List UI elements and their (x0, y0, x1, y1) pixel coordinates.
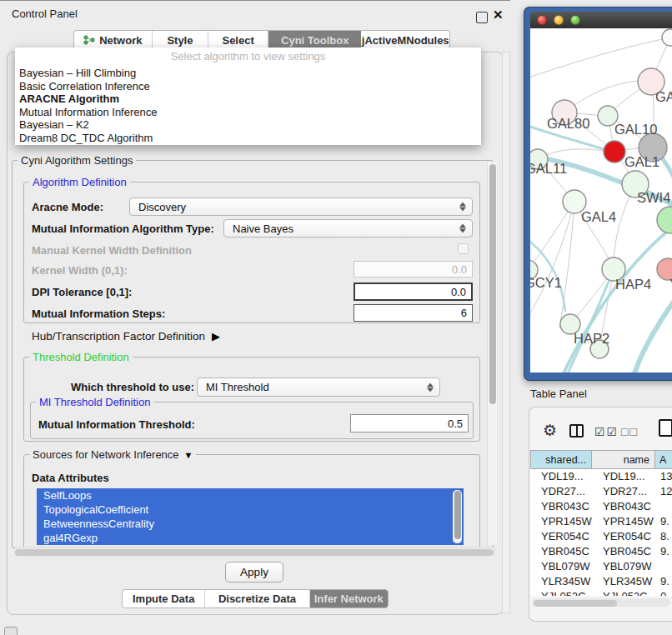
table-row[interactable]: YPR145WYPR145W9. (530, 514, 672, 529)
node-label: GAL10 (614, 122, 657, 137)
float-panel-icon[interactable] (476, 12, 488, 23)
deselect-all-checkboxes-icon[interactable]: □□ (621, 425, 639, 438)
table-row[interactable]: YBR043CYBR043C (530, 499, 672, 514)
scrollbar-thumb[interactable] (534, 600, 617, 607)
algorithm-option[interactable]: Basic Correlation Inference (15, 80, 481, 93)
tab-discretize-data[interactable]: Discretize Data (205, 590, 309, 608)
scrollbar-thumb[interactable] (454, 491, 461, 539)
which-threshold-select[interactable]: MI Threshold (197, 378, 440, 397)
table-cell: YJL052C (592, 589, 655, 596)
table-row[interactable]: YJL052CYJL052C0. (530, 589, 672, 596)
column-header-third[interactable]: A (655, 450, 672, 469)
attribute-option[interactable]: SelfLoops (37, 488, 464, 502)
network-node[interactable] (662, 29, 672, 46)
table-cell: 9. (655, 544, 672, 559)
tab-jactivemnodules[interactable]: jActiveMNodules (361, 31, 449, 49)
manual-kernel-checkbox[interactable] (458, 243, 469, 254)
minimize-window-icon[interactable] (554, 15, 564, 25)
table-cell: 9. (655, 514, 672, 529)
select-all-checkboxes-icon[interactable]: ☑☑ (594, 425, 619, 438)
stepper-icon (459, 224, 466, 233)
scrollbar-thumb[interactable] (489, 164, 496, 404)
node-label: HAP4 (615, 277, 651, 292)
table-cell: YBR045C (592, 544, 655, 559)
table-row[interactable]: YDL19...YDL19...13 (530, 469, 672, 484)
close-panel-icon[interactable]: ✕ (493, 8, 504, 22)
algorithm-option[interactable]: Bayesian – K2 (15, 118, 481, 132)
algorithm-option[interactable]: Mutual Information Inference (15, 106, 481, 119)
collapse-arrow-icon[interactable]: ▼ (184, 450, 193, 460)
mi-steps-field[interactable]: 6 (354, 304, 473, 322)
attribute-option[interactable]: BetweennessCentrality (37, 517, 464, 531)
table-body: YDL19...YDL19...13YDR27...YDR27...12YBR0… (530, 469, 672, 596)
close-window-icon[interactable] (537, 15, 547, 25)
expand-arrow-icon[interactable]: ▶ (212, 330, 220, 342)
network-node[interactable] (657, 207, 672, 233)
tab-infer-network[interactable]: Infer Network (310, 590, 388, 608)
attributes-list-scrollbar[interactable] (453, 490, 462, 543)
algorithm-definition-title: Algorithm Definition (29, 176, 130, 188)
tab-select[interactable]: Select (208, 31, 268, 49)
table-horizontal-scrollbar[interactable] (532, 598, 670, 607)
network-window-titlebar[interactable] (530, 12, 672, 28)
table-row[interactable]: YBL079WYBL079W (530, 559, 672, 574)
table-row[interactable]: YLR345WYLR345W9. (530, 574, 672, 589)
manual-kernel-label: Manual Kernel Width Definition (32, 244, 192, 257)
node-label: HAP2 (574, 331, 609, 346)
attribute-option[interactable]: gal4RGexp (37, 531, 464, 545)
tab-network[interactable]: Network (74, 31, 153, 49)
panel-vertical-scrollbar[interactable] (502, 52, 510, 613)
gear-icon[interactable]: ⚙ (543, 421, 557, 440)
stepper-icon (427, 382, 434, 392)
scrollbar-thumb[interactable] (15, 549, 494, 556)
table-cell: 0. (655, 589, 672, 596)
settings-horizontal-scrollbar[interactable] (13, 547, 497, 557)
table-cell: YBR043C (530, 499, 592, 514)
tab-network-label: Network (99, 34, 142, 47)
column-header-shared-name[interactable]: shared... (530, 450, 592, 469)
tab-infer-network-label: Infer Network (314, 592, 384, 605)
tab-cyni-toolbox[interactable]: Cyni Toolbox (268, 31, 362, 49)
settings-vertical-scrollbar[interactable] (487, 162, 497, 545)
table-row[interactable]: YDR27...YDR27...12 (530, 484, 672, 499)
columns-icon[interactable] (569, 424, 584, 438)
document-icon[interactable] (659, 419, 672, 437)
aracne-mode-value: Discovery (138, 201, 186, 213)
data-attributes-label: Data Attributes (32, 472, 109, 484)
table-cell: YBL079W (530, 559, 592, 574)
mi-type-select[interactable]: Naive Bayes (223, 219, 473, 238)
apply-button[interactable]: Apply (225, 562, 283, 582)
table-cell: YDL19... (530, 469, 592, 484)
dpi-tolerance-label: DPI Tolerance [0,1]: (32, 286, 132, 298)
tab-impute-data[interactable]: Impute Data (123, 590, 205, 608)
table-cell: YDL19... (592, 469, 655, 484)
zoom-window-icon[interactable] (570, 15, 580, 25)
data-attributes-list[interactable]: SelfLoopsTopologicalCoefficientBetweenne… (37, 488, 464, 545)
table-cell: 8. (655, 529, 672, 544)
hub-section-toggle[interactable]: Hub/Transcription Factor Definition▶ (32, 330, 220, 342)
mi-threshold-field[interactable]: 0.5 (350, 414, 469, 432)
dpi-tolerance-field[interactable]: 0.0 (354, 282, 473, 301)
restore-panel-icon[interactable] (4, 627, 18, 635)
network-node[interactable] (604, 141, 625, 162)
algorithm-option[interactable]: Dream8 DC_TDC Algorithm (15, 132, 481, 145)
table-cell: YJL052C (530, 589, 592, 596)
table-row[interactable]: YBR045CYBR045C9. (530, 544, 672, 559)
aracne-mode-select[interactable]: Discovery (129, 198, 473, 216)
algorithm-option[interactable]: ARACNE Algorithm (15, 92, 481, 106)
table-cell: YBL079W (592, 559, 655, 574)
algorithm-option[interactable]: Bayesian – Hill Climbing (15, 67, 481, 80)
hub-section-label: Hub/Transcription Factor Definition (32, 330, 205, 342)
apply-button-label: Apply (240, 566, 268, 578)
table-row[interactable]: YER054CYER054C8. (530, 529, 672, 544)
control-panel-title: Control Panel (12, 8, 78, 20)
which-threshold-value: MI Threshold (206, 381, 269, 393)
table-cell: YLR345W (530, 574, 592, 589)
tab-style[interactable]: Style (153, 31, 209, 49)
mi-type-label: Mutual Information Algorithm Type: (32, 222, 214, 235)
column-header-name[interactable]: name (592, 450, 655, 469)
network-canvas[interactable]: GALGAL80GAL10GAL1GAL11SWI4GAL4GCY1HAP4YH… (530, 28, 672, 372)
table-cell: 13 (655, 469, 672, 484)
table-cell: YER054C (530, 529, 592, 544)
attribute-option[interactable]: TopologicalCoefficient (37, 502, 464, 517)
